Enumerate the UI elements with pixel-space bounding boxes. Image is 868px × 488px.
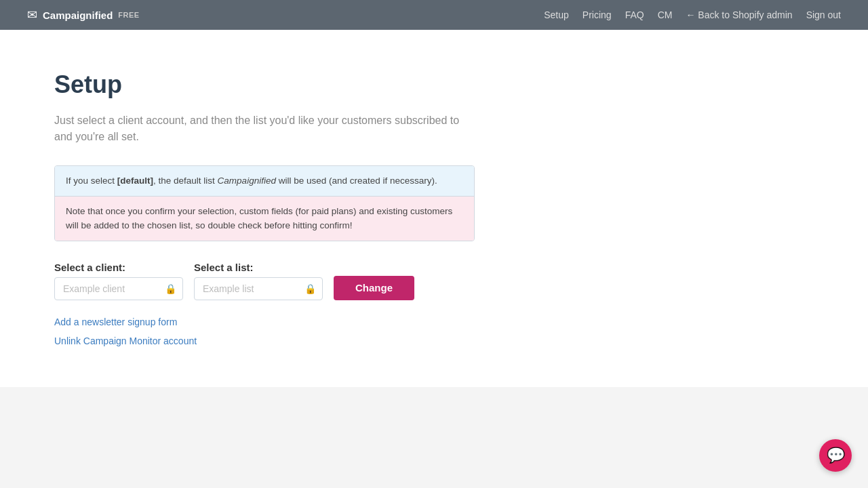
main-content: Setup Just select a client account, and … — [0, 30, 868, 387]
client-input[interactable] — [54, 277, 183, 300]
unlink-account-link[interactable]: Unlink Campaign Monitor account — [54, 336, 814, 346]
form-row: Select a client: 🔒 Select a list: 🔒 Chan… — [54, 262, 814, 300]
client-input-wrapper: 🔒 — [54, 277, 183, 300]
list-lock-icon: 🔒 — [304, 283, 316, 294]
page-title: Setup — [54, 70, 814, 99]
brand-logo: ✉ Campaignified FREE — [27, 7, 140, 22]
change-button[interactable]: Change — [334, 276, 414, 300]
chat-button[interactable]: 💬 — [819, 439, 852, 472]
notice-blue: If you select [default], the default lis… — [55, 166, 474, 197]
list-input-wrapper: 🔒 — [194, 277, 323, 300]
client-form-group: Select a client: 🔒 — [54, 262, 183, 300]
nav-pricing[interactable]: Pricing — [583, 9, 612, 20]
nav-back-to-shopify[interactable]: ← Back to Shopify admin — [686, 9, 792, 20]
client-lock-icon: 🔒 — [165, 283, 176, 294]
page-subtitle: Just select a client account, and then t… — [54, 113, 475, 145]
notice-default-text: [default] — [117, 176, 153, 186]
notice-pink: Note that once you confirm your selectio… — [55, 197, 474, 241]
navigation: ✉ Campaignified FREE Setup Pricing FAQ C… — [0, 0, 868, 30]
list-label: Select a list: — [194, 262, 323, 273]
add-newsletter-form-link[interactable]: Add a newsletter signup form — [54, 317, 814, 327]
nav-faq[interactable]: FAQ — [625, 9, 644, 20]
notice-container: If you select [default], the default lis… — [54, 165, 475, 241]
list-input[interactable] — [194, 277, 323, 300]
list-form-group: Select a list: 🔒 — [194, 262, 323, 300]
nav-sign-out[interactable]: Sign out — [806, 9, 841, 20]
notice-italic-text: Campaignified — [218, 176, 276, 186]
chat-icon: 💬 — [827, 447, 845, 464]
brand-name: Campaignified — [43, 9, 113, 21]
nav-links: Setup Pricing FAQ CM ← Back to Shopify a… — [544, 9, 841, 21]
client-label: Select a client: — [54, 262, 183, 273]
nav-setup[interactable]: Setup — [544, 9, 569, 20]
brand-tier: FREE — [118, 11, 139, 19]
action-links: Add a newsletter signup form Unlink Camp… — [54, 317, 814, 346]
brand-icon: ✉ — [27, 7, 37, 22]
nav-cm[interactable]: CM — [658, 9, 673, 20]
